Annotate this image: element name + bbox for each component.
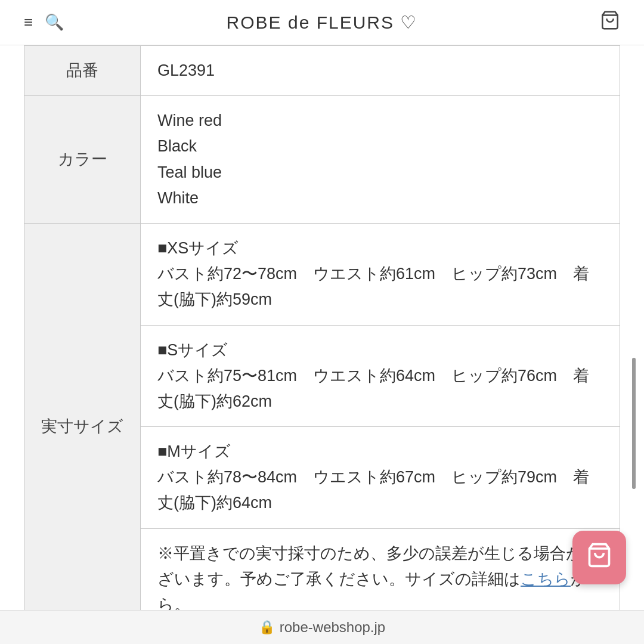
cart-icon[interactable]: [600, 10, 620, 35]
floating-cart-icon: [586, 542, 612, 574]
logo-heart: ♡: [400, 13, 417, 32]
color-teal-blue: Teal blue: [157, 160, 603, 185]
bottom-bar: 🔒 robe-webshop.jp: [0, 610, 644, 644]
scrollbar-thumb: [632, 358, 636, 489]
color-white: White: [157, 185, 603, 211]
size-detail-link[interactable]: こちら: [521, 570, 571, 588]
value-color: Wine red Black Teal blue White: [141, 96, 620, 224]
color-wine-red: Wine red: [157, 108, 603, 134]
floating-cart-button[interactable]: [572, 531, 626, 584]
label-size: 実寸サイズ: [24, 223, 141, 630]
product-table-container: 品番 GL2391 カラー Wine red Black Teal blue W…: [0, 45, 644, 644]
logo-text: ROBE de FLEURS: [227, 13, 394, 32]
hamburger-icon[interactable]: ≡: [24, 13, 33, 32]
table-row-size-xs: 実寸サイズ ■XSサイズ バスト約72〜78cm ウエスト約61cm ヒップ約7…: [24, 223, 620, 325]
header-right: [600, 10, 620, 35]
scrollbar-track[interactable]: [632, 358, 636, 489]
header-logo: ROBE de FLEURS ♡: [227, 12, 418, 33]
header: ≡ 🔍 ROBE de FLEURS ♡: [0, 0, 644, 45]
color-black: Black: [157, 134, 603, 159]
bottom-domain: 🔒 robe-webshop.jp: [259, 619, 385, 636]
value-size-xs: ■XSサイズ バスト約72〜78cm ウエスト約61cm ヒップ約73cm 着丈…: [141, 223, 620, 325]
domain-text: robe-webshop.jp: [280, 619, 385, 636]
table-row-color: カラー Wine red Black Teal blue White: [24, 96, 620, 224]
table-row-item-number: 品番 GL2391: [24, 46, 620, 96]
value-size-m: ■Mサイズ バスト約78〜84cm ウエスト約67cm ヒップ約79cm 着丈(…: [141, 427, 620, 529]
lock-icon: 🔒: [259, 620, 275, 635]
label-item-number: 品番: [24, 46, 141, 96]
product-table: 品番 GL2391 カラー Wine red Black Teal blue W…: [24, 45, 620, 644]
search-icon[interactable]: 🔍: [45, 13, 64, 32]
value-item-number: GL2391: [141, 46, 620, 96]
header-left: ≡ 🔍: [24, 13, 64, 32]
label-color: カラー: [24, 96, 141, 224]
value-size-s: ■Sサイズ バスト約75〜81cm ウエスト約64cm ヒップ約76cm 着丈(…: [141, 325, 620, 427]
